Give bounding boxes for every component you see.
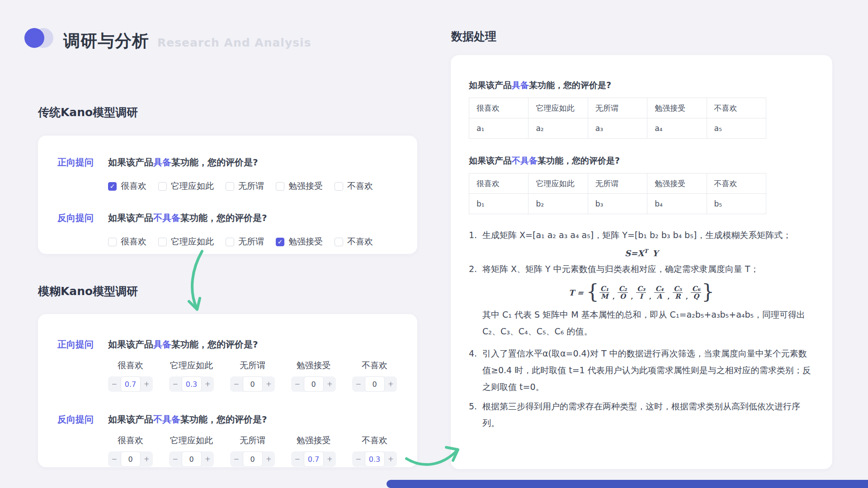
quantity-stepper[interactable]: −0.7+ (108, 376, 153, 392)
rating-table-absent: 很喜欢 它理应如此 无所谓 勉强接受 不喜欢 b₁ b₂ b₃ b₄ b₅ (469, 173, 766, 214)
table-cell: b₄ (647, 194, 707, 214)
checkbox-option[interactable]: ✓很喜欢 (108, 236, 146, 248)
stepper-group: 勉强接受−0+ (291, 360, 336, 392)
checkbox-option[interactable]: ✓勉强接受 (276, 180, 323, 192)
minus-button[interactable]: − (169, 451, 182, 467)
checkbox[interactable]: ✓ (108, 182, 117, 191)
plus-button[interactable]: + (263, 376, 275, 392)
plus-button[interactable]: + (324, 451, 336, 467)
highlight-keyword: 具备 (512, 80, 529, 90)
positive-options-row: ✓很喜欢 ✓它理应如此 ✓无所谓 ✓勉强接受 ✓不喜欢 (108, 180, 417, 192)
negative-question-label: 反向提问 (57, 413, 108, 426)
minus-button[interactable]: − (230, 376, 243, 392)
table-header-cell: 它理应如此 (528, 174, 588, 194)
checkbox-option[interactable]: ✓不喜欢 (335, 236, 373, 248)
step-item-4: 4.引入了置信水平α(取α=0.4)对 T 中的数据进行再次筛选，当隶属度向量中… (469, 345, 814, 395)
bottom-accent-bar (387, 480, 868, 488)
checkbox[interactable]: ✓ (108, 238, 117, 246)
minus-button[interactable]: − (108, 376, 121, 392)
table-header-cell: 勉强接受 (647, 174, 707, 194)
table-header-cell: 很喜欢 (469, 98, 528, 118)
checkbox-option[interactable]: ✓勉强接受 (276, 236, 323, 248)
quantity-stepper[interactable]: −0+ (352, 376, 397, 392)
negative-question-text: 如果该产品不具备某功能，您的评价是? (108, 212, 267, 224)
app-logo-icon (24, 28, 53, 48)
checkbox-option[interactable]: ✓很喜欢 (108, 180, 146, 192)
step-item-2: 2.将矩阵 X、矩阵 Y 中元素数值与归类表相对应，确定需求隶属度向量 T； (469, 261, 814, 277)
checkbox-option[interactable]: ✓无所谓 (226, 236, 264, 248)
table-header-cell: 无所谓 (588, 98, 647, 118)
checkbox[interactable]: ✓ (276, 238, 284, 246)
table-cell: a₅ (707, 118, 766, 139)
quantity-stepper[interactable]: −0.3+ (352, 451, 397, 467)
checkbox[interactable]: ✓ (158, 182, 167, 191)
positive-question-text: 如果该产品具备某功能，您的评价是? (108, 338, 258, 351)
checkbox-option[interactable]: ✓无所谓 (226, 180, 264, 192)
quantity-stepper[interactable]: −0+ (108, 451, 153, 467)
plus-button[interactable]: + (324, 376, 336, 392)
highlight-keyword: 具备 (153, 339, 171, 350)
minus-button[interactable]: − (291, 451, 304, 467)
table-cell: a₂ (528, 118, 588, 139)
stepper-group: 不喜欢−0.3+ (352, 435, 397, 467)
checkbox-option[interactable]: ✓它理应如此 (158, 236, 214, 248)
minus-button[interactable]: − (230, 451, 243, 467)
section-title-traditional: 传统Kano模型调研 (38, 105, 138, 120)
checkbox[interactable]: ✓ (226, 182, 234, 191)
checkbox[interactable]: ✓ (158, 238, 167, 246)
checkbox[interactable]: ✓ (226, 238, 234, 246)
minus-button[interactable]: − (169, 376, 182, 392)
plus-button[interactable]: + (202, 451, 214, 467)
quantity-stepper[interactable]: −0+ (291, 376, 336, 392)
plus-button[interactable]: + (385, 451, 397, 467)
plus-button[interactable]: + (141, 376, 153, 392)
checkbox[interactable]: ✓ (335, 182, 343, 191)
present-question-text: 如果该产品具备某功能，您的评价是? (469, 80, 814, 91)
checkbox-option[interactable]: ✓不喜欢 (335, 180, 373, 192)
quantity-stepper[interactable]: −0+ (230, 376, 275, 392)
stepper-group: 不喜欢−0+ (352, 360, 397, 392)
stepper-value: 0 (182, 451, 202, 467)
negative-question-row: 反向提问 如果该产品不具备某功能，您的评价是? (57, 212, 417, 224)
checkbox[interactable]: ✓ (335, 238, 343, 246)
processing-steps: 1.生成矩阵 X=[a₁ a₂ a₃ a₄ a₅]，矩阵 Y=[b₁ b₂ b₃… (469, 227, 814, 432)
table-cell: a₄ (647, 118, 707, 139)
quantity-stepper[interactable]: −0.3+ (169, 376, 214, 392)
page-title: 调研与分析 (63, 30, 149, 52)
matrix-formula: S=XTY (469, 248, 814, 258)
stepper-value: 0.3 (365, 451, 385, 467)
table-cell: a₁ (469, 118, 528, 139)
table-header-cell: 不喜欢 (707, 98, 766, 118)
stepper-value: 0.7 (304, 451, 324, 467)
table-header-cell: 它理应如此 (528, 98, 588, 118)
plus-button[interactable]: + (385, 376, 397, 392)
minus-button[interactable]: − (108, 451, 121, 467)
negative-steppers-row: 很喜欢−0+ 它理应如此−0+ 无所谓−0+ 勉强接受−0.7+ 不喜欢−0.3… (108, 435, 417, 467)
highlight-keyword: 具备 (153, 157, 171, 168)
positive-question-label: 正向提问 (57, 156, 108, 169)
minus-button[interactable]: − (291, 376, 304, 392)
table-cell: a₃ (588, 118, 647, 139)
table-header-cell: 无所谓 (588, 174, 647, 194)
page-subtitle: Research And Analysis (157, 36, 311, 49)
stepper-group: 无所谓−0+ (230, 360, 275, 392)
section-title-data: 数据处理 (451, 29, 496, 44)
checkbox[interactable]: ✓ (276, 182, 284, 191)
stepper-group: 勉强接受−0.7+ (291, 435, 336, 467)
rating-table-present: 很喜欢 它理应如此 无所谓 勉强接受 不喜欢 a₁ a₂ a₃ a₄ a₅ (469, 98, 766, 139)
plus-button[interactable]: + (202, 376, 214, 392)
checkbox-option[interactable]: ✓它理应如此 (158, 180, 214, 192)
minus-button[interactable]: − (352, 451, 365, 467)
down-arrow-icon (183, 249, 215, 317)
stepper-value: 0.7 (121, 376, 141, 392)
quantity-stepper[interactable]: −0+ (169, 451, 214, 467)
quantity-stepper[interactable]: −0.7+ (291, 451, 336, 467)
check-icon: ✓ (110, 183, 115, 189)
plus-button[interactable]: + (141, 451, 153, 467)
stepper-group: 无所谓−0+ (230, 435, 275, 467)
minus-button[interactable]: − (352, 376, 365, 392)
positive-question-label: 正向提问 (57, 338, 108, 351)
plus-button[interactable]: + (263, 451, 275, 467)
quantity-stepper[interactable]: −0+ (230, 451, 275, 467)
negative-question-text: 如果该产品不具备某功能，您的评价是? (108, 413, 267, 426)
